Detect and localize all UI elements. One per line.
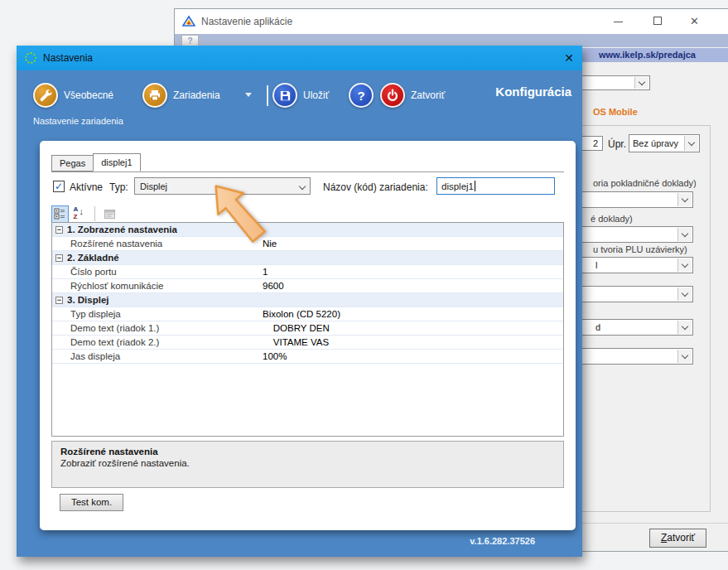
upr-label: Úpr.: [608, 138, 626, 150]
aktivne-label: Aktívne: [70, 181, 103, 193]
combo-7[interactable]: [564, 348, 693, 365]
property-value[interactable]: Bixolon (CD 5220): [263, 309, 563, 319]
general-button[interactable]: Všeobecné: [33, 83, 113, 108]
bez-upravy-combo[interactable]: Bez úpravy: [629, 134, 700, 152]
devices-button[interactable]: Zariadenia: [142, 83, 220, 108]
property-name: Rýchlosť komunikácie: [52, 281, 263, 291]
property-name: Demo text (riadok 1.): [52, 323, 263, 333]
settings-dialog-icon: [25, 52, 36, 64]
property-value[interactable]: 100%: [263, 351, 563, 361]
property-grid-toolbar: A Z ↓: [51, 205, 118, 223]
property-row[interactable]: Jas displeja100%: [52, 350, 563, 364]
property-name: Číslo portu: [52, 267, 263, 277]
doklady-label: é doklady): [591, 214, 633, 224]
collapse-icon[interactable]: −: [55, 297, 63, 304]
property-category-row[interactable]: −3. Displej: [52, 293, 563, 307]
device-panel: Pegas displej1 ✓ Aktívne Typ: Displej Ná…: [40, 141, 576, 530]
text-caret: [475, 181, 475, 191]
collapse-icon[interactable]: −: [55, 254, 63, 262]
property-name: Rozšírené nastavenia: [52, 239, 263, 249]
property-value[interactable]: DOBRY DEN: [263, 323, 563, 333]
printer-icon[interactable]: [142, 83, 167, 108]
property-value[interactable]: VITAME VAS: [263, 337, 563, 347]
property-value[interactable]: 1: [263, 267, 563, 277]
category-name: 2. Základné: [67, 253, 119, 263]
tab-strip-line: [51, 171, 564, 172]
chevron-down-icon[interactable]: [677, 287, 692, 301]
property-row[interactable]: Demo text (riadok 2.) VITAME VAS: [52, 336, 563, 350]
chevron-down-icon[interactable]: [677, 193, 692, 206]
chevron-down-icon: [299, 183, 306, 190]
collapse-icon[interactable]: −: [55, 226, 63, 234]
typ-label: Typ:: [109, 181, 128, 193]
property-name: Demo text (riadok 2.): [52, 337, 263, 347]
power-icon[interactable]: [380, 83, 405, 108]
close-dialog-button[interactable]: Zatvoriť: [380, 83, 445, 108]
device-name-value: displej1: [441, 181, 474, 191]
property-value[interactable]: 9600: [263, 281, 563, 291]
property-grid: −1. Zobrazené nastaveniaRozšírené nastav…: [51, 222, 564, 437]
save-button-label: Uložiť: [303, 89, 329, 101]
alphabetical-sort-button[interactable]: A Z ↓: [71, 205, 89, 223]
pos-mobile-label: OS Mobile: [593, 107, 638, 117]
property-row[interactable]: Číslo portu1: [52, 265, 563, 279]
chevron-down-icon[interactable]: [684, 136, 698, 151]
tab-displej1[interactable]: displej1: [93, 153, 140, 171]
chevron-down-icon[interactable]: [677, 228, 692, 241]
property-pages-button: [101, 205, 118, 223]
nazov-label: Názov (kód) zariadenia:: [323, 181, 428, 193]
ikelp-link[interactable]: www.ikelp.sk/predajca: [581, 48, 728, 62]
dialog-title-bar: Nastavenia ✕: [17, 46, 582, 70]
wrench-icon[interactable]: [33, 83, 58, 108]
combo-5[interactable]: [564, 286, 693, 302]
property-category-row[interactable]: −2. Základné: [52, 251, 563, 265]
property-row[interactable]: Rýchlosť komunikácie9600: [52, 279, 563, 293]
description-text: Zobraziť rozšírené nastavenia.: [60, 458, 555, 468]
dialog-title: Nastavenia: [43, 52, 93, 64]
chevron-down-icon[interactable]: [677, 350, 692, 363]
device-tabs: Pegas displej1: [51, 153, 140, 171]
chevron-down-icon[interactable]: [677, 258, 692, 272]
minimize-icon[interactable]: [614, 22, 623, 22]
property-name: Typ displeja: [52, 309, 263, 319]
maximize-icon[interactable]: [653, 17, 662, 25]
floppy-disk-icon[interactable]: [272, 83, 297, 108]
save-button[interactable]: Uložiť: [272, 83, 329, 108]
close-icon[interactable]: ✕: [690, 15, 699, 27]
category-name: 3. Displej: [67, 295, 109, 305]
property-row[interactable]: Demo text (riadok 1.) DOBRY DEN: [52, 321, 563, 336]
combo-uzavierky[interactable]: l: [564, 257, 693, 273]
question-mark-icon[interactable]: ?: [349, 83, 374, 108]
test-communication-button[interactable]: Test kom.: [60, 494, 123, 511]
property-row[interactable]: Rozšírené nastaveniaNie: [52, 237, 563, 251]
configuration-heading: Konfigurácia: [495, 85, 571, 99]
chevron-down-icon[interactable]: [634, 77, 648, 89]
property-value[interactable]: Nie: [263, 239, 563, 249]
bez-upravy-value: Bez úpravy: [633, 135, 678, 152]
device-settings-subtitle: Nastavenie zariadenia: [33, 116, 123, 126]
combo-doklady[interactable]: [564, 226, 693, 243]
device-name-input[interactable]: displej1: [436, 177, 555, 195]
property-description-box: Rozšírené nastavenia Zobraziť rozšírené …: [51, 441, 564, 488]
sort-az-icon: A Z ↓: [74, 206, 87, 221]
property-category-row[interactable]: −1. Zobrazené nastavenia: [52, 223, 563, 237]
help-button[interactable]: ?: [349, 83, 374, 108]
aktivne-checkbox[interactable]: ✓: [53, 181, 65, 192]
chevron-down-icon[interactable]: [677, 321, 692, 334]
property-name: Jas displeja: [52, 351, 263, 361]
combo-pokladnicne[interactable]: [564, 191, 693, 208]
close-icon[interactable]: ✕: [564, 51, 574, 65]
app-close-button[interactable]: Zatvoriť: [649, 529, 706, 548]
close-dialog-button-label: Zatvoriť: [411, 89, 445, 101]
app-title-bar: Nastavenie aplikácie ✕: [175, 9, 728, 34]
categorized-view-button[interactable]: [51, 205, 69, 223]
app-logo-icon: [182, 15, 195, 28]
tab-pegas[interactable]: Pegas: [51, 155, 94, 171]
property-row[interactable]: Typ displejaBixolon (CD 5220): [52, 307, 563, 321]
uzavierky-label: u tvoria PLU uzávierky): [593, 244, 687, 254]
toolbar-separator: [94, 206, 95, 221]
combo-6[interactable]: d: [564, 319, 693, 336]
general-button-label: Všeobecné: [64, 89, 113, 101]
category-name: 1. Zobrazené nastavenia: [67, 225, 177, 234]
devices-dropdown-icon[interactable]: [245, 93, 252, 97]
